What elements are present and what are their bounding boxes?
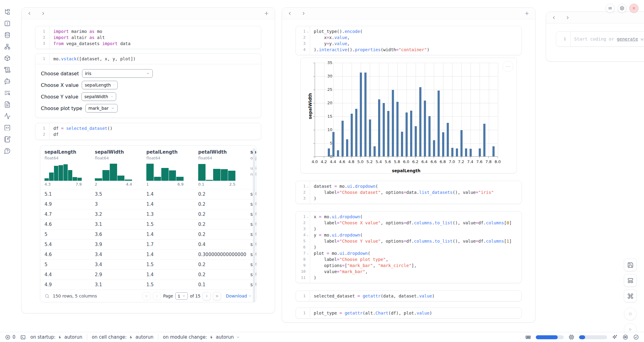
chat-icon[interactable] (4, 78, 11, 85)
table-row[interactable]: 4.63.41.40.3000000000000004setos (40, 249, 256, 259)
fold-chevron-icon[interactable]: ⌄ (306, 232, 310, 238)
packages-icon[interactable] (4, 55, 11, 62)
help-icon[interactable] (4, 148, 11, 154)
selected-dataset-code-cell[interactable]: 1selected_dataset = getattr(data, datase… (295, 290, 522, 301)
code-line[interactable]: 1plot_type = getattr(alt.Chart(df), plot… (296, 310, 521, 316)
code-line[interactable]: 3) (296, 226, 521, 232)
chevron-right-icon[interactable] (565, 15, 570, 20)
chevron-right-icon[interactable] (301, 11, 306, 16)
dropdown-select-plot-type[interactable]: mark_bar (85, 104, 118, 112)
outline-search-icon[interactable] (4, 90, 11, 96)
table-row[interactable]: 4.63.11.50.2setos (40, 219, 256, 229)
dropdown-select-y-value[interactable]: sepalWidth (81, 92, 116, 101)
code-line[interactable]: 2df (35, 131, 261, 137)
check-circle-icon[interactable] (633, 334, 639, 340)
code-line[interactable]: 8 label="Choose plot type", (296, 256, 521, 262)
code-line[interactable]: 3 y=y.value, (296, 41, 521, 47)
code-line[interactable]: 9 options=["mark_bar", "mark_circle"], (296, 262, 521, 269)
code-line[interactable]: 4).interactive().properties(width="conta… (296, 47, 521, 53)
copilot-icon[interactable] (622, 334, 628, 340)
search-icon[interactable] (45, 294, 50, 299)
add-cell-icon[interactable] (524, 11, 530, 16)
code-line[interactable]: 1⌄plot_type().encode( (296, 28, 521, 34)
code-line[interactable]: 1⌄dataset = mo.ui.dropdown( (296, 183, 521, 189)
dropdown-select-dataset[interactable]: iris (82, 69, 153, 78)
plot-type-code-cell[interactable]: 1plot_type = getattr(alt.Chart(df), plot… (295, 308, 522, 319)
column-header-petalWidth[interactable]: petalWidthfloat640.12.5 (194, 149, 246, 187)
autorun-setting[interactable]: on module change:autorun (163, 334, 240, 340)
chart-plot-area[interactable] (315, 63, 498, 157)
code-line[interactable]: 6) (296, 244, 521, 250)
table-row[interactable]: 5.13.51.40.2setos (40, 189, 256, 199)
fold-chevron-icon[interactable]: ⌄ (306, 28, 310, 34)
next-page-button[interactable] (202, 292, 211, 300)
table-row[interactable]: 4.93.11.50.1setos (40, 280, 256, 290)
code-line[interactable]: 7⌄plot = mo.ui.dropdown( (296, 250, 521, 256)
add-cell-icon[interactable] (264, 11, 269, 16)
column-header-sepalWidth[interactable]: sepalWidthfloat6424.4 (91, 149, 142, 187)
tracing-icon[interactable] (4, 113, 11, 119)
chevron-left-icon[interactable] (552, 15, 556, 20)
empty-code-cell[interactable]: 1 Start coding or generate with (556, 31, 644, 47)
file-explorer-icon[interactable] (4, 9, 11, 15)
code-line[interactable]: 2 label="Choose dataset", options=data.l… (296, 189, 521, 195)
code-line[interactable]: 1df = selected_dataset() (35, 125, 261, 131)
prev-page-button[interactable] (153, 292, 161, 300)
save-button[interactable] (624, 258, 637, 271)
code-line[interactable]: 3) (296, 195, 521, 201)
code-line[interactable]: 1import marimo as mo (35, 28, 261, 34)
table-scrollbar[interactable] (253, 148, 255, 302)
page-number-select[interactable]: 1 (175, 292, 188, 300)
plot-code-cell[interactable]: 1⌄plot_type().encode(2 x=x.value,3 y=y.v… (295, 26, 522, 55)
datasources-icon[interactable] (4, 32, 11, 38)
table-row[interactable]: 4.42.91.40.2setos (40, 269, 256, 280)
settings-button[interactable] (617, 4, 627, 13)
code-line[interactable]: 3from vega_datasets import data (35, 41, 261, 47)
code-line[interactable]: 1mo.vstack([dataset, x, y, plot]) (35, 56, 261, 62)
column-header-sepalLength[interactable]: sepalLengthfloat644.37.9 (40, 149, 91, 187)
download-button[interactable]: Download (226, 294, 252, 298)
dropdown-select-x-value[interactable]: sepalLength (82, 81, 118, 89)
first-page-button[interactable] (142, 292, 151, 300)
table-row[interactable]: 4.931.40.2setos (40, 199, 256, 209)
documentation-icon[interactable] (4, 101, 11, 108)
errors-button[interactable]: 0 (5, 334, 16, 340)
chart-options-button[interactable] (503, 61, 513, 72)
xy-plot-dropdowns-code-cell[interactable]: 1⌄x = mo.ui.dropdown(2 label="Choose X v… (295, 211, 522, 283)
altair-bar-chart[interactable]: 051015202530354.04.24.44.64.85.05.25.45.… (300, 58, 517, 173)
terminal-button[interactable] (20, 334, 26, 340)
chevron-right-icon[interactable] (41, 11, 45, 16)
snippets-icon[interactable] (4, 124, 11, 131)
table-row[interactable]: 4.73.21.30.2setos (40, 209, 256, 219)
fold-chevron-icon[interactable]: ⌄ (306, 183, 310, 189)
code-line[interactable]: 5 label="Choose Y value", options=df.col… (296, 238, 521, 244)
scratchpad-icon[interactable] (4, 136, 11, 143)
column-header-petalLength[interactable]: petalLengthfloat6416.9 (142, 149, 194, 187)
close-button[interactable] (629, 4, 639, 13)
layout-grid-button[interactable] (624, 274, 637, 287)
dependencies-icon[interactable] (4, 43, 11, 50)
generate-link[interactable]: generate (617, 37, 638, 41)
menu-button[interactable] (606, 4, 615, 13)
code-line[interactable]: 2 label="Choose X value", options=df.col… (296, 220, 521, 226)
imports-code-cell[interactable]: 1import marimo as mo2import altair as al… (35, 26, 261, 49)
code-line[interactable]: 10 value="mark_bar", (296, 269, 521, 275)
code-line[interactable]: 4⌄y = mo.ui.dropdown( (296, 232, 521, 238)
autorun-setting[interactable]: on cell change:autorun (92, 334, 153, 340)
vstack-code-cell[interactable]: 1mo.vstack([dataset, x, y, plot]) Choose… (35, 53, 261, 118)
last-page-button[interactable] (213, 292, 221, 300)
code-line[interactable]: 1⌄x = mo.ui.dropdown( (296, 214, 521, 220)
code-line[interactable]: 2import altair as alt (35, 34, 261, 41)
fold-chevron-icon[interactable]: ⌄ (306, 214, 310, 220)
ai-sparkles-icon[interactable] (612, 334, 618, 340)
table-row[interactable]: 53.41.50.2setos (40, 259, 256, 269)
command-button[interactable] (624, 290, 637, 302)
fold-chevron-icon[interactable]: ⌄ (306, 250, 310, 256)
variables-icon[interactable]: f (4, 20, 11, 27)
chevron-left-icon[interactable] (27, 11, 32, 16)
code-line[interactable]: 11) (296, 275, 521, 281)
dataframe-code-cell[interactable]: 1df = selected_dataset()2df (35, 123, 261, 140)
logs-icon[interactable] (4, 66, 11, 73)
table-row[interactable]: 53.61.40.2setos (40, 229, 256, 239)
code-line[interactable]: 2 x=x.value, (296, 34, 521, 41)
